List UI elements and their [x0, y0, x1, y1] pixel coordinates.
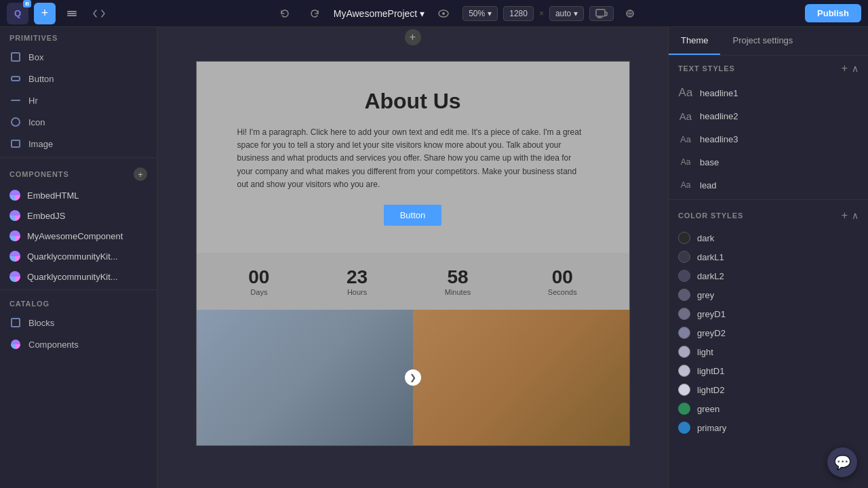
- height-dropdown-icon: ▾: [574, 9, 578, 18]
- text-style-lead[interactable]: Aa lead: [669, 174, 868, 197]
- layers-button[interactable]: [61, 3, 83, 24]
- add-button[interactable]: +: [34, 3, 56, 24]
- project-name[interactable]: MyAwesomeProject ▾: [334, 8, 425, 19]
- box-icon: [9, 51, 22, 63]
- canvas-area: + About Us Hi! I'm a paragraph. Click he…: [157, 27, 668, 488]
- color-lightD1[interactable]: lightD1: [669, 361, 868, 380]
- catalog-item-components[interactable]: Components: [0, 333, 157, 355]
- text-style-headline1[interactable]: Aa headline1: [669, 81, 868, 104]
- color-greyD2[interactable]: greyD2: [669, 323, 868, 342]
- text-styles-header: TEXT STYLES + ∧: [669, 56, 868, 81]
- color-swatch: [678, 270, 690, 282]
- divider-1: [0, 157, 157, 158]
- about-text: Hi! I'm a paragraph. Click here to add y…: [237, 126, 589, 191]
- text-style-icon: Aa: [678, 178, 693, 192]
- component-dot-icon: [9, 190, 20, 201]
- component-embed-js[interactable]: EmbedJS: [0, 205, 157, 226]
- tab-project-settings[interactable]: Project settings: [720, 27, 805, 55]
- device-button[interactable]: [589, 6, 614, 21]
- component-quarkly-2[interactable]: QuarklycommunityKit...: [0, 266, 157, 287]
- carousel-arrow-button[interactable]: ❯: [405, 369, 421, 386]
- color-light[interactable]: light: [669, 342, 868, 361]
- component-dot-icon: [9, 210, 20, 221]
- component-my-awesome[interactable]: MyAwesomeComponent: [0, 226, 157, 246]
- sidebar-item-button[interactable]: Button: [0, 68, 157, 89]
- code-button[interactable]: [88, 3, 110, 24]
- add-section-button[interactable]: +: [405, 29, 421, 45]
- preview-button[interactable]: [433, 3, 454, 24]
- color-dark[interactable]: dark: [669, 228, 868, 247]
- text-style-headline2[interactable]: Aa headline2: [669, 104, 868, 127]
- sidebar-item-box[interactable]: Box: [0, 46, 157, 68]
- color-darkL1[interactable]: darkL1: [669, 247, 868, 266]
- zoom-control[interactable]: 50% ▾: [462, 6, 498, 21]
- svg-rect-2: [67, 15, 77, 16]
- components-header: COMPONENTS +: [0, 161, 157, 185]
- image-right: [413, 310, 629, 445]
- publish-button[interactable]: Publish: [805, 4, 861, 22]
- icon-icon: [9, 116, 22, 128]
- color-darkL2[interactable]: darkL2: [669, 266, 868, 285]
- add-component-button[interactable]: +: [134, 167, 147, 181]
- page-frame: About Us Hi! I'm a paragraph. Click here…: [196, 61, 630, 446]
- tab-theme[interactable]: Theme: [669, 27, 720, 55]
- catalog-item-blocks[interactable]: Blocks: [0, 312, 157, 333]
- main: PRIMITIVES Box Button Hr Icon Image COMP…: [0, 27, 868, 488]
- collapse-color-styles-button[interactable]: ∧: [852, 210, 859, 221]
- hr-icon: [9, 94, 22, 106]
- components-icon: [9, 338, 22, 350]
- component-dot-icon: [9, 251, 20, 262]
- image-left: [197, 310, 413, 445]
- width-control: 1280: [503, 6, 534, 21]
- text-style-icon: Aa: [678, 155, 693, 169]
- add-color-style-button[interactable]: +: [842, 209, 848, 222]
- logo-badge: B: [23, 0, 31, 7]
- component-dot-icon: [9, 230, 20, 241]
- section-images-wrap: ❯: [197, 310, 629, 445]
- sidebar-item-icon[interactable]: Icon: [0, 111, 157, 133]
- primitives-header: PRIMITIVES: [0, 27, 157, 46]
- color-swatch: [678, 327, 690, 339]
- height-control: auto ▾: [549, 6, 584, 21]
- topbar-right: Publish: [805, 4, 861, 22]
- add-text-style-button[interactable]: +: [842, 62, 848, 75]
- color-swatch: [678, 308, 690, 320]
- component-quarkly-1[interactable]: QuarklycommunityKit...: [0, 246, 157, 266]
- sidebar-item-image[interactable]: Image: [0, 133, 157, 155]
- canvas-wrap: About Us Hi! I'm a paragraph. Click here…: [157, 47, 668, 488]
- color-swatch: [678, 346, 690, 358]
- sidebar-item-hr[interactable]: Hr: [0, 89, 157, 111]
- color-swatch: [678, 289, 690, 301]
- color-swatch: [678, 403, 690, 415]
- image-icon: [9, 138, 22, 150]
- undo-button[interactable]: [274, 3, 296, 24]
- component-dot-icon: [9, 271, 20, 282]
- countdown-seconds: 00 Seconds: [548, 266, 577, 296]
- color-grey[interactable]: grey: [669, 285, 868, 304]
- color-styles-section: CoLoR STYLES + ∧ dark darkL1 darkL2 g: [669, 203, 868, 437]
- topbar-center: MyAwesomeProject ▾ 50% ▾ 1280 × auto ▾: [274, 3, 642, 24]
- component-embed-html[interactable]: EmbedHTML: [0, 185, 157, 205]
- add-section-row: +: [157, 27, 668, 47]
- blocks-icon: [9, 317, 22, 329]
- text-styles-section: TEXT STYLES + ∧ Aa headline1 Aa headline…: [669, 56, 868, 197]
- text-style-headline3[interactable]: Aa headline3: [669, 127, 868, 150]
- color-styles-actions: + ∧: [842, 209, 859, 222]
- svg-rect-5: [596, 9, 605, 16]
- right-tabs: Theme Project settings: [669, 27, 868, 56]
- responsive-button[interactable]: [619, 3, 641, 24]
- color-lightD2[interactable]: lightD2: [669, 380, 868, 399]
- collapse-text-styles-button[interactable]: ∧: [852, 63, 859, 74]
- chat-button[interactable]: 💬: [827, 447, 857, 477]
- toolbar-controls: 50% ▾ 1280 × auto ▾: [462, 3, 641, 24]
- text-style-base[interactable]: Aa base: [669, 150, 868, 174]
- color-primary[interactable]: primary: [669, 418, 868, 437]
- color-swatch: [678, 232, 690, 244]
- about-button[interactable]: Button: [384, 205, 442, 226]
- button-icon: [9, 73, 22, 85]
- color-greyD1[interactable]: greyD1: [669, 304, 868, 323]
- color-green[interactable]: green: [669, 399, 868, 418]
- svg-point-4: [442, 12, 445, 15]
- color-swatch: [678, 384, 690, 396]
- redo-button[interactable]: [304, 3, 326, 24]
